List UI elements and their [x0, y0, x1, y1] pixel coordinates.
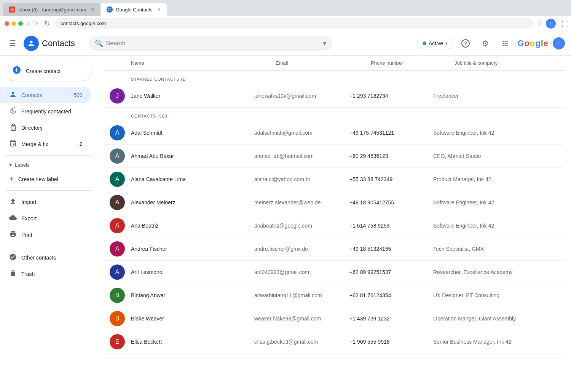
- avatar: B: [110, 288, 125, 303]
- user-avatar-small[interactable]: L: [546, 19, 556, 29]
- contact-phone: +62 89 99251537: [349, 269, 433, 275]
- contact-name-cell: A Alexander Meinerz: [110, 195, 254, 210]
- contact-name-cell: A Ana Beatriz: [110, 218, 254, 233]
- contact-email: andre.fischer@gmx.de: [254, 246, 349, 252]
- contact-name: Adal Schmidt: [131, 130, 162, 136]
- create-contact-button[interactable]: Create contact: [6, 62, 91, 81]
- table-row[interactable]: A Adal Schmidt adalschmidt@gmail.com +49…: [104, 121, 565, 145]
- table-row[interactable]: E Elisa Beckett elisa.g.beckett@gmail.co…: [104, 330, 565, 354]
- contact-name: Elisa Beckett: [131, 339, 162, 345]
- export-icon: [9, 214, 17, 223]
- header-name: Name: [131, 60, 276, 66]
- help-icon: ?: [461, 39, 470, 48]
- sidebar-item-frequently-contacted[interactable]: Frequently contacted: [0, 103, 91, 120]
- contacts-section-label: CONTACTS (500): [104, 108, 565, 121]
- apps-grid-icon: [501, 40, 509, 47]
- contact-name-cell: B Blake Weaver: [110, 311, 254, 326]
- sidebar-other-contacts-label: Other contacts: [21, 255, 56, 261]
- table-row[interactable]: A Ahmad Abu Bakar ahmad_ab@hotmail.com +…: [104, 145, 565, 168]
- contact-phone: +49 18 905412755: [349, 199, 433, 206]
- tab-gmail[interactable]: M Inbox (6) - laureng@gmail.com ✕: [3, 3, 100, 16]
- contact-job: Software Engineer, Ink 42: [433, 199, 559, 206]
- active-status-button[interactable]: Active ▾: [417, 38, 453, 49]
- contacts-main: Name Email Phone number Job title & comp…: [97, 56, 571, 391]
- help-button[interactable]: ?: [458, 36, 473, 51]
- sidebar-labels-section[interactable]: ▾ Labels: [0, 159, 97, 171]
- contact-phone: +1 969 555 0918: [349, 339, 433, 345]
- tab-gmail-label: Inbox (6) - laureng@gmail.com: [18, 7, 86, 13]
- avatar: A: [110, 148, 125, 164]
- refresh-button[interactable]: ↻: [43, 19, 51, 28]
- contact-phone: +55 33 88 742349: [349, 176, 433, 182]
- sidebar-item-import[interactable]: Import: [0, 194, 91, 210]
- sidebar-item-other-contacts[interactable]: Other contacts: [0, 249, 91, 266]
- table-row[interactable]: A Alana Cavalcante Lima alana.cl@yahoo.c…: [104, 168, 565, 191]
- merge-fix-icon: [9, 140, 17, 148]
- sidebar-merge-label: Merge & fix: [21, 141, 48, 147]
- contact-name-cell: A Adal Schmidt: [110, 125, 254, 140]
- sidebar-item-directory[interactable]: Directory: [0, 120, 91, 136]
- active-status-label: Active: [429, 40, 443, 46]
- close-window-btn[interactable]: [5, 21, 9, 26]
- contact-phone: +1 439 739 1232: [349, 316, 433, 322]
- directory-icon: [9, 123, 17, 132]
- sidebar-item-trash[interactable]: Trash: [0, 266, 91, 282]
- contact-job: CEO, Ahmad Studio: [433, 153, 559, 159]
- sidebar-item-export[interactable]: Export: [0, 210, 91, 226]
- tab-contacts[interactable]: C Google Contacts ✕: [100, 3, 167, 16]
- sidebar-trash-label: Trash: [21, 271, 35, 277]
- back-button[interactable]: ‹: [26, 19, 31, 27]
- sidebar-print-label: Print: [21, 232, 32, 238]
- import-icon: [9, 198, 17, 206]
- sidebar-contacts-count: 500: [74, 92, 82, 98]
- contact-phone: +62 81 76124354: [349, 292, 433, 298]
- table-row[interactable]: A Andrea Fischer andre.fischer@gmx.de +4…: [104, 237, 565, 261]
- hamburger-menu-icon[interactable]: ☰: [6, 36, 19, 51]
- avatar: A: [110, 241, 125, 257]
- search-bar[interactable]: 🔍 ▾: [89, 36, 332, 51]
- contact-job: Freelancer: [433, 93, 559, 99]
- sidebar-item-print[interactable]: Print: [0, 226, 91, 243]
- search-icon: 🔍: [95, 39, 103, 48]
- contact-name: Alana Cavalcante Lima: [131, 176, 186, 182]
- contact-phone: +60 29 4536123: [349, 153, 433, 159]
- search-input[interactable]: [106, 40, 320, 47]
- tab-gmail-close[interactable]: ✕: [91, 7, 94, 12]
- forward-button[interactable]: ›: [34, 19, 40, 27]
- table-row[interactable]: A Arif Lesmono arif040993@gmail.com +62 …: [104, 261, 565, 284]
- browser-menu-icon[interactable]: ⋮: [559, 19, 566, 28]
- frequently-contacted-icon: [9, 107, 17, 116]
- minimize-window-btn[interactable]: [11, 21, 16, 26]
- user-avatar[interactable]: L: [553, 37, 565, 49]
- url-input[interactable]: [54, 18, 534, 29]
- tab-contacts-label: Google Contacts: [116, 7, 153, 13]
- maximize-window-btn[interactable]: [18, 21, 23, 26]
- contact-name-cell: A Andrea Fischer: [110, 241, 254, 257]
- sidebar-item-contacts[interactable]: Contacts 500: [0, 87, 91, 103]
- contacts-favicon: C: [107, 6, 113, 13]
- search-dropdown-icon[interactable]: ▾: [323, 39, 326, 48]
- contact-email: adalschmidt@gmail.com: [254, 130, 349, 136]
- settings-button[interactable]: ⚙: [478, 36, 493, 51]
- contact-job: UX Designer, BT Consulting: [433, 292, 559, 298]
- table-row[interactable]: B Blake Weaver weaver.blake98@gmail.com …: [104, 307, 565, 330]
- avatar: A: [110, 172, 125, 187]
- url-bar: ‹ › ↻ ☆ L ⋮: [0, 16, 571, 31]
- contact-name-cell: A Ahmad Abu Bakar: [110, 148, 254, 164]
- apps-button[interactable]: [498, 36, 513, 51]
- sidebar-item-merge-fix[interactable]: Merge & fix 2: [0, 136, 91, 152]
- sidebar-contacts-label: Contacts: [21, 92, 42, 98]
- tab-contacts-close[interactable]: ✕: [157, 7, 161, 12]
- table-row[interactable]: J Jane Walker janewalks10k@gmail.com +1 …: [104, 84, 565, 108]
- contact-job: Operation Manger, Giant Assembly: [433, 316, 559, 322]
- table-row[interactable]: A Ana Beatriz anabeatriz@google.com +1 6…: [104, 214, 565, 237]
- table-row[interactable]: B Bintang Anwar anwarbintang11@gmail.com…: [104, 284, 565, 307]
- contact-name: Blake Weaver: [131, 316, 164, 322]
- sidebar-item-create-label[interactable]: + Create new label: [0, 171, 91, 187]
- contact-phone: +1 614 758 9253: [349, 223, 433, 229]
- contact-email: meinerz.alexander@web.de: [254, 199, 349, 206]
- sidebar-frequently-label: Frequently contacted: [21, 108, 71, 115]
- header-email: Email: [276, 60, 371, 66]
- bookmark-icon[interactable]: ☆: [537, 19, 543, 28]
- table-row[interactable]: A Alexander Meinerz meinerz.alexander@we…: [104, 191, 565, 214]
